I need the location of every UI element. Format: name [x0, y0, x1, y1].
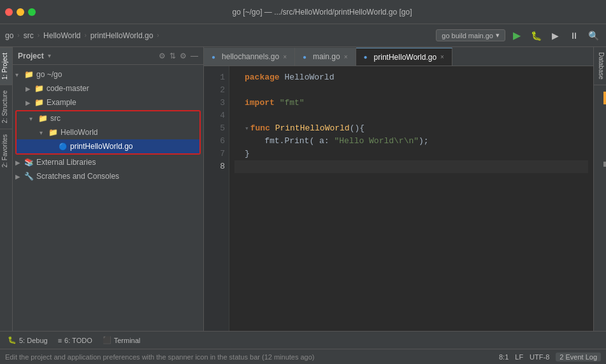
toolbar-file[interactable]: printHelloWorld.go [90, 31, 154, 40]
toolbar-helloworld[interactable]: HelloWorld [43, 31, 80, 40]
breakpoint-7 [234, 148, 245, 160]
folder-icon: 📁 [38, 114, 48, 123]
debug-icon: 🐛 [8, 336, 17, 344]
tree-label-example: Example [47, 98, 76, 107]
line-num-3: 3 [204, 97, 225, 109]
code-line-8 [234, 160, 588, 173]
sidebar-tab-label: 1: Project [1, 53, 8, 80]
code-line-7: } [234, 148, 588, 160]
arrow-icon: ▶ [15, 159, 23, 166]
close-button[interactable] [5, 8, 13, 16]
tree-item-code-master[interactable]: ▶ 📁 code-master [13, 81, 203, 95]
debug-button[interactable]: 🐛 [528, 28, 544, 43]
search-button[interactable]: 🔍 [586, 28, 601, 43]
code-line-3: import "fmt" [234, 97, 588, 109]
bottom-tab-terminal[interactable]: ⬛ Terminal [100, 335, 143, 346]
encoding[interactable]: UTF-8 [530, 353, 549, 361]
fold-icon-5[interactable]: ▾ [245, 122, 249, 135]
cursor-position[interactable]: 8:1 [499, 353, 509, 361]
breakpoint-5 [234, 122, 245, 135]
tab-hellochannels-label: hellochannels.go [222, 52, 279, 61]
fn-parens: (){ [350, 122, 364, 135]
minimize-button[interactable] [17, 8, 24, 16]
editor-tabs-bar: ● hellochannels.go × ● main.go × ● print… [204, 47, 593, 66]
status-bar: Edit the project and application prefere… [0, 349, 606, 364]
tree-item-example[interactable]: ▶ 📁 Example [13, 95, 203, 109]
tab-hellochannels[interactable]: ● hellochannels.go × [204, 48, 295, 66]
sidebar-tab-database[interactable]: Database [594, 47, 606, 85]
scroll-thumb [603, 162, 606, 167]
bc-sep-2: › [38, 32, 40, 39]
code-area[interactable]: package HelloWorld import "fmt" ▾ func P… [229, 66, 593, 331]
minimize-panel-icon[interactable]: — [191, 52, 198, 60]
left-sidebar-tabs: 1: Project 2: Structure 2: Favorites [0, 47, 13, 331]
run-button[interactable]: ▶ [509, 28, 524, 43]
line-numbers: 1 2 3 4 5 6 7 8 [204, 66, 229, 331]
filter-icon[interactable]: ⇅ [170, 52, 176, 60]
scroll-indicator [603, 92, 606, 104]
settings-icon[interactable]: ⚙ [180, 52, 187, 60]
run-config-label: go build main.go [442, 32, 493, 39]
fn-name: PrintHelloWorld [275, 122, 350, 135]
tab-hellochannels-close[interactable]: × [283, 53, 287, 60]
project-tree: ▾ 📁 go ~/go ▶ 📁 code-master ▶ 📁 Example … [13, 65, 203, 331]
tree-label-external-libs: External Libraries [36, 158, 96, 167]
line-ending[interactable]: LF [515, 353, 523, 361]
toolbar-src[interactable]: src [24, 31, 34, 40]
breakpoint-6 [234, 135, 245, 148]
bc-sep-4: › [157, 32, 159, 39]
line-num-4: 4 [204, 109, 225, 122]
line-num-7: 7 [204, 148, 225, 160]
bottom-tab-debug[interactable]: 🐛 5: Debug [5, 335, 50, 346]
maximize-button[interactable] [28, 8, 36, 16]
sidebar-item-project[interactable]: 1: Project [0, 47, 12, 85]
run-config-button[interactable]: go build main.go ▾ [436, 29, 505, 41]
bc-sep-1: › [17, 32, 19, 39]
editor-content: 1 2 3 4 5 6 7 8 package HelloWorld [204, 66, 593, 331]
tree-item-external-libs[interactable]: ▶ 📚 External Libraries [13, 155, 203, 169]
toolbar-go[interactable]: go [5, 31, 13, 40]
breakpoint-3 [234, 97, 245, 109]
title-bar: go [~/go] — .../src/HelloWorld/printHell… [0, 0, 606, 24]
breakpoint-1 [234, 71, 245, 84]
terminal-icon: ⬛ [103, 336, 112, 344]
tree-item-helloworld[interactable]: ▾ 📁 HelloWorld [17, 125, 199, 139]
go-file-icon: ● [212, 53, 215, 60]
bottom-tabs: 🐛 5: Debug ≡ 6: TODO ⬛ Terminal [0, 331, 606, 349]
code-line-4 [234, 109, 588, 122]
arrow-icon: ▾ [40, 129, 47, 136]
bottom-tab-todo[interactable]: ≡ 6: TODO [55, 335, 95, 346]
code-indent: fmt.Print( a: [245, 135, 334, 148]
tree-label-src: src [50, 114, 61, 123]
todo-tab-label: 6: TODO [64, 337, 92, 344]
kw-import: import [245, 97, 275, 109]
event-log-badge[interactable]: 2 Event Log [556, 353, 601, 361]
tree-item-src[interactable]: ▾ 📁 src [17, 111, 199, 125]
tree-item-go-root[interactable]: ▾ 📁 go ~/go [13, 67, 203, 81]
sidebar-tab-favorites-label: 2: Favorites [1, 134, 8, 167]
line-num-1: 1 [204, 71, 225, 84]
tree-item-printhelloworld[interactable]: ▶ 🔵 printHelloWorld.go [17, 139, 199, 153]
go-file-icon: ● [303, 53, 307, 60]
tab-main[interactable]: ● main.go × [295, 48, 356, 66]
terminal-tab-label: Terminal [114, 337, 141, 344]
kw-func: func [250, 122, 270, 135]
project-panel-header: Project ▾ ⚙ ⇅ ⚙ — [13, 47, 203, 65]
profile-button[interactable]: ⏸ [566, 28, 582, 43]
right-sidebar: Database [593, 47, 606, 331]
tab-printhelloworld[interactable]: ● printHelloWorld.go × [356, 48, 452, 66]
tab-main-close[interactable]: × [344, 53, 348, 60]
sidebar-tab-structure-label: 2: Structure [1, 90, 8, 123]
tree-item-scratches[interactable]: ▶ 🔧 Scratches and Consoles [13, 169, 203, 183]
sidebar-item-structure[interactable]: 2: Structure [0, 85, 12, 129]
sidebar-item-favorites[interactable]: 2: Favorites [0, 129, 12, 172]
gear-icon[interactable]: ⚙ [159, 52, 166, 60]
tree-label-helloworld: HelloWorld [61, 128, 97, 137]
panel-header-icons: ⚙ ⇅ ⚙ — [159, 52, 198, 60]
go-file-icon: 🔵 [59, 143, 68, 151]
folder-icon: 📁 [48, 128, 58, 137]
tab-printhelloworld-close[interactable]: × [440, 53, 444, 60]
scratches-icon: 🔧 [24, 172, 34, 181]
coverage-button[interactable]: ▶ [547, 28, 563, 43]
panel-title-arrow: ▾ [48, 52, 51, 59]
